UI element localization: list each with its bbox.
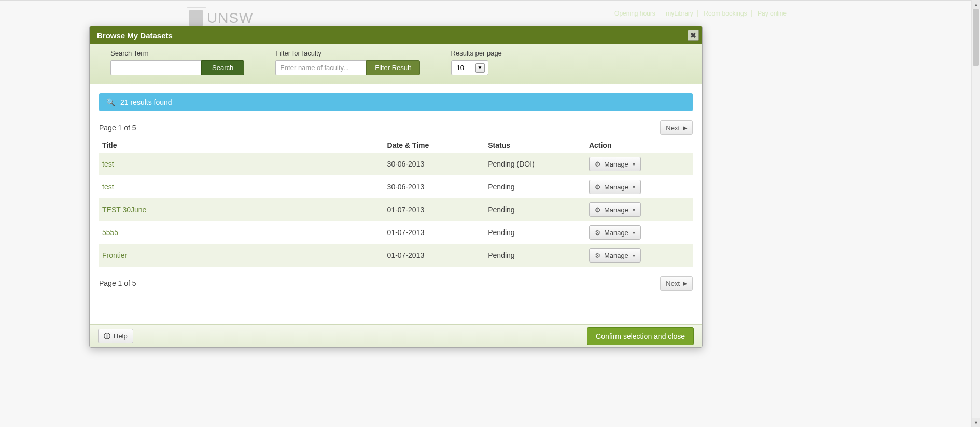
scroll-up-icon[interactable]: ▲ — [972, 0, 980, 9]
brand-text: UNSW — [207, 10, 254, 26]
info-icon: ⓘ — [104, 332, 110, 341]
manage-button[interactable]: ⚙Manage▾ — [589, 248, 641, 263]
manage-button[interactable]: ⚙Manage▾ — [589, 202, 641, 217]
manage-button[interactable]: ⚙Manage▾ — [589, 225, 641, 240]
help-button[interactable]: ⓘ Help — [98, 329, 133, 343]
search-term-label: Search Term — [110, 49, 244, 57]
col-header-datetime: Date & Time — [384, 138, 485, 153]
dataset-title-link[interactable]: TEST 30June — [102, 205, 146, 214]
faculty-filter-group: Filter for faculty Filter Result — [275, 49, 419, 75]
dataset-title-link[interactable]: test — [102, 183, 114, 191]
dataset-status: Pending — [485, 221, 586, 244]
next-page-button[interactable]: Next ▶ — [660, 120, 693, 135]
col-header-status: Status — [485, 138, 586, 153]
results-per-page-label: Results per page — [451, 49, 502, 57]
next-page-button[interactable]: Next ▶ — [660, 276, 693, 291]
chevron-right-icon: ▶ — [683, 125, 687, 131]
modal-title: Browse My Datasets — [97, 31, 173, 40]
faculty-input[interactable] — [275, 60, 366, 75]
dataset-status: Pending — [485, 175, 586, 198]
col-header-action: Action — [586, 138, 693, 153]
chevron-right-icon: ▶ — [683, 280, 687, 287]
window-scrollbar[interactable]: ▲ ▼ — [971, 0, 980, 427]
browse-datasets-modal: Browse My Datasets ✖ Search Term Search … — [89, 26, 703, 348]
chevron-down-icon: ▼ — [475, 63, 485, 73]
search-term-group: Search Term Search — [110, 49, 244, 75]
table-row: test30-06-2013Pending (DOI)⚙Manage▾ — [99, 153, 693, 175]
top-link[interactable]: Pay online — [753, 10, 791, 17]
dataset-status: Pending — [485, 244, 586, 267]
page-indicator: Page 1 of 5 — [99, 279, 136, 287]
search-button[interactable]: Search — [201, 60, 244, 75]
top-links: Opening hours myLibrary Room bookings Pa… — [610, 10, 791, 17]
dataset-title-link[interactable]: Frontier — [102, 251, 127, 259]
results-found-banner: 🔍 21 results found — [99, 93, 693, 111]
search-input[interactable] — [110, 60, 201, 75]
dataset-datetime: 01-07-2013 — [384, 244, 485, 267]
scrollbar-thumb[interactable] — [973, 9, 979, 66]
pagination-bottom: Page 1 of 5 Next ▶ — [99, 276, 693, 291]
dataset-title-link[interactable]: 5555 — [102, 228, 118, 237]
page-indicator: Page 1 of 5 — [99, 123, 136, 132]
filter-result-button[interactable]: Filter Result — [366, 60, 419, 75]
modal-header: Browse My Datasets ✖ — [90, 26, 702, 44]
close-icon: ✖ — [690, 31, 696, 39]
chevron-down-icon: ▾ — [633, 253, 635, 258]
chevron-down-icon: ▾ — [633, 230, 635, 236]
top-link[interactable]: myLibrary — [662, 10, 697, 17]
chevron-down-icon: ▾ — [633, 161, 635, 167]
dataset-datetime: 30-06-2013 — [384, 175, 485, 198]
dataset-title-link[interactable]: test — [102, 160, 114, 168]
results-per-page-value: 10 — [457, 64, 464, 72]
gear-icon: ⚙ — [595, 160, 601, 168]
manage-button[interactable]: ⚙Manage▾ — [589, 180, 641, 194]
gear-icon: ⚙ — [595, 183, 601, 191]
gear-icon: ⚙ — [595, 252, 601, 259]
close-button[interactable]: ✖ — [688, 30, 699, 41]
gear-icon: ⚙ — [595, 229, 601, 237]
dataset-datetime: 01-07-2013 — [384, 221, 485, 244]
search-icon: 🔍 — [106, 98, 115, 106]
manage-button[interactable]: ⚙Manage▾ — [589, 157, 641, 171]
faculty-filter-label: Filter for faculty — [275, 49, 419, 57]
results-per-page-select[interactable]: 10 ▼ — [451, 60, 488, 75]
top-link[interactable]: Opening hours — [610, 10, 660, 17]
table-row: 555501-07-2013Pending⚙Manage▾ — [99, 221, 693, 244]
col-header-title: Title — [99, 138, 384, 153]
dataset-status: Pending — [485, 198, 586, 221]
dataset-status: Pending (DOI) — [485, 153, 586, 175]
dataset-datetime: 30-06-2013 — [384, 153, 485, 175]
gear-icon: ⚙ — [595, 206, 601, 214]
crest-icon — [189, 10, 203, 26]
results-found-text: 21 results found — [120, 98, 172, 106]
table-row: Frontier01-07-2013Pending⚙Manage▾ — [99, 244, 693, 267]
table-row: TEST 30June01-07-2013Pending⚙Manage▾ — [99, 198, 693, 221]
scrollbar-track[interactable] — [972, 9, 980, 418]
modal-body: 🔍 21 results found Page 1 of 5 Next ▶ Ti… — [90, 84, 702, 324]
datasets-table: Title Date & Time Status Action test30-0… — [99, 138, 693, 267]
pagination-top: Page 1 of 5 Next ▶ — [99, 120, 693, 135]
top-link[interactable]: Room bookings — [699, 10, 751, 17]
chevron-down-icon: ▾ — [633, 184, 635, 190]
scroll-down-icon[interactable]: ▼ — [972, 418, 980, 427]
table-row: test30-06-2013Pending⚙Manage▾ — [99, 175, 693, 198]
filter-bar: Search Term Search Filter for faculty Fi… — [90, 44, 702, 84]
dataset-datetime: 01-07-2013 — [384, 198, 485, 221]
chevron-down-icon: ▾ — [633, 207, 635, 213]
confirm-selection-button[interactable]: Confirm selection and close — [587, 327, 694, 345]
results-per-page-group: Results per page 10 ▼ — [451, 49, 502, 75]
brand-logo: UNSW — [189, 10, 254, 26]
modal-footer: ⓘ Help Confirm selection and close — [90, 324, 702, 347]
